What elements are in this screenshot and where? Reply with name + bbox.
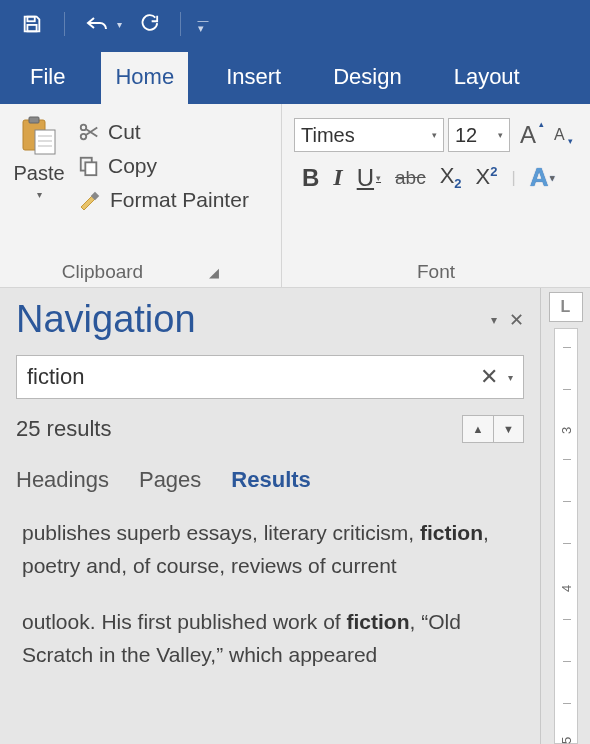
cut-label: Cut xyxy=(108,120,141,144)
navigation-pane: Navigation ▾ ✕ ✕ ▾ 25 results ▲ ▼ Headin… xyxy=(0,288,540,744)
customize-qat[interactable]: —▾ xyxy=(191,6,215,42)
format-painter-button[interactable]: Format Painter xyxy=(78,188,249,212)
bold-button[interactable]: B xyxy=(302,164,319,192)
paste-icon xyxy=(21,116,57,156)
undo-button[interactable] xyxy=(75,6,119,42)
undo-more-caret[interactable]: ▾ xyxy=(117,19,122,30)
cut-button[interactable]: Cut xyxy=(78,120,249,144)
nav-tab-results[interactable]: Results xyxy=(231,467,310,493)
vertical-ruler[interactable]: 3 4 5 xyxy=(554,328,578,744)
nav-tab-headings[interactable]: Headings xyxy=(16,467,109,493)
svg-point-8 xyxy=(81,125,87,131)
ribbon: Paste ▾ Cut Copy Format Painter Clipbo xyxy=(0,104,590,288)
strikethrough-button[interactable]: abc xyxy=(395,167,426,189)
font-name-combo[interactable]: Times ▾ xyxy=(294,118,444,152)
save-button[interactable] xyxy=(10,6,54,42)
svg-rect-4 xyxy=(35,130,55,154)
scissors-icon xyxy=(78,121,100,143)
result-pre: publishes superb essays, literary critic… xyxy=(22,521,420,544)
paste-label: Paste xyxy=(13,162,64,185)
svg-point-9 xyxy=(81,134,87,140)
separator xyxy=(180,12,181,36)
ribbon-tabs: File Home Insert Design Layout xyxy=(0,48,590,104)
svg-rect-11 xyxy=(85,162,96,175)
nav-options-caret[interactable]: ▾ xyxy=(491,313,497,327)
tab-home[interactable]: Home xyxy=(101,52,188,104)
svg-rect-3 xyxy=(29,117,39,123)
svg-rect-1 xyxy=(27,25,36,31)
font-size-value: 12 xyxy=(455,124,477,147)
tab-file[interactable]: File xyxy=(18,52,77,104)
nav-tabs: Headings Pages Results xyxy=(16,467,524,493)
quick-access-toolbar: ▾ —▾ xyxy=(0,0,590,48)
search-result[interactable]: publishes superb essays, literary critic… xyxy=(16,517,524,582)
search-options-caret[interactable]: ▾ xyxy=(502,372,513,383)
chevron-down-icon: ▾ xyxy=(432,130,437,140)
result-nav-arrows: ▲ ▼ xyxy=(462,415,524,443)
copy-icon xyxy=(78,155,100,177)
italic-button[interactable]: I xyxy=(333,164,342,191)
result-pre: outlook. His first published work of xyxy=(22,610,346,633)
next-result-button[interactable]: ▼ xyxy=(493,416,523,442)
nav-search-box[interactable]: ✕ ▾ xyxy=(16,355,524,399)
search-input[interactable] xyxy=(27,364,476,390)
result-hit: fiction xyxy=(420,521,483,544)
search-result[interactable]: outlook. His first published work of fic… xyxy=(16,606,524,671)
tab-stop-selector[interactable]: L xyxy=(549,292,583,322)
grow-font-button[interactable]: A xyxy=(520,121,536,149)
brush-icon xyxy=(78,189,102,211)
clipboard-dialog-launcher[interactable]: ◢ xyxy=(209,265,219,280)
ruler-tick: 4 xyxy=(558,585,573,592)
ruler-tick: 3 xyxy=(558,427,573,434)
result-hit: fiction xyxy=(346,610,409,633)
svg-rect-0 xyxy=(27,17,34,22)
clear-search-button[interactable]: ✕ xyxy=(476,364,502,390)
group-clipboard: Paste ▾ Cut Copy Format Painter Clipbo xyxy=(0,104,282,287)
group-label-clipboard: Clipboard ◢ xyxy=(10,255,271,285)
ruler-tick: 5 xyxy=(558,737,573,744)
font-name-value: Times xyxy=(301,124,355,147)
vertical-ruler-area: L 3 4 5 xyxy=(540,288,590,744)
underline-button[interactable]: U▾ xyxy=(357,164,381,192)
redo-button[interactable] xyxy=(126,6,170,42)
tab-design[interactable]: Design xyxy=(319,52,415,104)
tab-layout[interactable]: Layout xyxy=(440,52,534,104)
superscript-button[interactable]: X2 xyxy=(476,164,498,190)
subscript-button[interactable]: X2 xyxy=(440,163,462,191)
paste-button[interactable]: Paste ▾ xyxy=(10,110,68,255)
copy-button[interactable]: Copy xyxy=(78,154,249,178)
text-effects-button[interactable]: A▾ xyxy=(530,162,556,193)
nav-results-list: publishes superb essays, literary critic… xyxy=(16,517,524,695)
prev-result-button[interactable]: ▲ xyxy=(463,416,493,442)
format-painter-label: Format Painter xyxy=(110,188,249,212)
tab-insert[interactable]: Insert xyxy=(212,52,295,104)
separator xyxy=(64,12,65,36)
close-pane-button[interactable]: ✕ xyxy=(509,309,524,331)
paste-caret[interactable]: ▾ xyxy=(37,189,42,200)
copy-label: Copy xyxy=(108,154,157,178)
result-count: 25 results xyxy=(16,416,111,442)
group-font: Times ▾ 12 ▾ A A B I U▾ abc X2 X2 | A▾ xyxy=(282,104,590,287)
chevron-down-icon: ▾ xyxy=(498,130,503,140)
group-label-font: Font xyxy=(292,255,580,285)
navigation-title: Navigation xyxy=(16,298,196,341)
shrink-font-button[interactable]: A xyxy=(554,126,565,144)
nav-tab-pages[interactable]: Pages xyxy=(139,467,201,493)
font-size-combo[interactable]: 12 ▾ xyxy=(448,118,510,152)
